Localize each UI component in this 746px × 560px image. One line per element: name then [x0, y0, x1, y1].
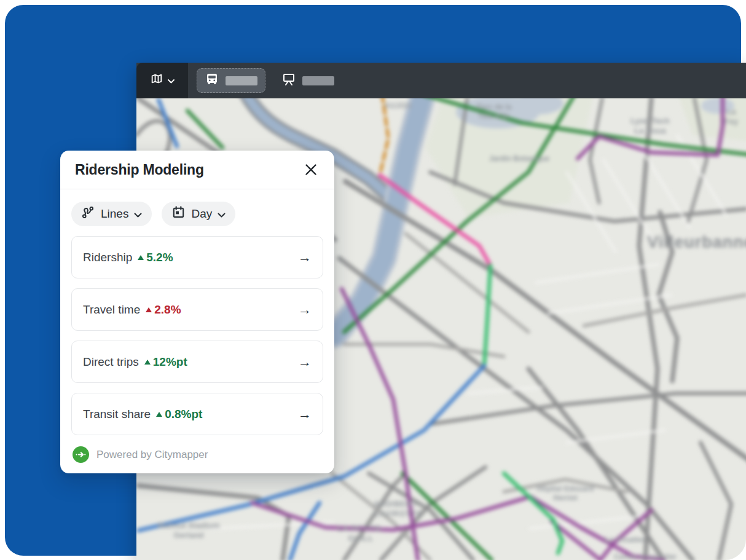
metric-delta: 2.8%: [146, 303, 181, 317]
lines-filter-label: Lines: [101, 207, 128, 221]
day-filter-label: Day: [191, 207, 212, 221]
arrow-right-icon: →: [298, 355, 312, 369]
map-label: Hôpital Edouard Herriot: [537, 484, 594, 503]
map-label: Lyon Tech La Doua: [630, 116, 670, 136]
tab-bus-lines[interactable]: [197, 68, 265, 93]
map-label: LA PETITE- GUILL: [337, 524, 383, 544]
metric-delta: 12%pt: [144, 355, 187, 369]
powered-by-text: Powered by Citymapper: [96, 449, 208, 461]
arrow-right-icon: →: [298, 303, 312, 317]
metric-delta: 5.2%: [138, 251, 173, 264]
map-label: Centre hospitalier: [614, 553, 677, 560]
map-label: Villeurbanne: [647, 232, 746, 253]
screenshot-canvas: Parc de la Tête d'Or Lyon Tech La Doua L…: [0, 0, 746, 560]
map-toolbar: [136, 63, 746, 98]
metric-label: Transit share: [83, 408, 151, 421]
filter-row: Lines Day: [71, 202, 323, 226]
metric-label: Direct trips: [83, 355, 139, 369]
map-style-button[interactable]: [136, 63, 188, 98]
metric-row-travel-time[interactable]: Travel time 2.8% →: [71, 288, 323, 331]
panel-body: Lines Day: [60, 189, 334, 463]
panel-header: Ridership Modeling: [60, 151, 334, 189]
bus-icon: [205, 72, 219, 89]
tab-label-placeholder: [226, 76, 257, 85]
map-label: Le Vinatier: [605, 535, 645, 545]
metric-label: Travel time: [83, 303, 140, 317]
arrow-right-icon: →: [298, 251, 312, 264]
map-label: Parc de la Tête d'Or: [477, 103, 512, 121]
tab-label-placeholder: [302, 76, 334, 85]
tab-stops[interactable]: [274, 69, 342, 92]
trend-up-icon: [156, 412, 162, 417]
lines-filter-button[interactable]: Lines: [71, 202, 152, 226]
trend-up-icon: [138, 255, 144, 260]
map-label: La Fey: [721, 107, 742, 127]
calendar-icon: [171, 205, 186, 223]
metric-row-transit-share[interactable]: Transit share 0.8%pt →: [71, 393, 323, 435]
panel-footer: Powered by Citymapper: [71, 446, 323, 463]
map-icon: [150, 73, 163, 89]
map-label: AUJOU: [385, 101, 412, 111]
ridership-modeling-panel: Ridership Modeling Lines: [60, 151, 334, 473]
close-button[interactable]: [302, 161, 320, 178]
chevron-down-icon: [168, 75, 175, 86]
route-icon: [81, 205, 95, 223]
map-label: AUDIBERT - LAVIROTTE: [374, 499, 423, 519]
metric-row-ridership[interactable]: Ridership 5.2% →: [71, 236, 323, 278]
panel-title: Ridership Modeling: [75, 162, 204, 178]
chevron-down-icon: [218, 207, 226, 221]
trend-up-icon: [144, 360, 151, 365]
metric-label: Ridership: [83, 251, 132, 264]
metric-row-direct-trips[interactable]: Direct trips 12%pt →: [71, 341, 323, 383]
chevron-down-icon: [134, 207, 142, 221]
map-label: Matmut Stadium Gerland: [157, 521, 219, 541]
close-icon: [304, 163, 318, 176]
map-label: Jardin Botanique: [489, 154, 549, 164]
trend-up-icon: [146, 307, 152, 312]
stop-sign-icon: [281, 72, 296, 89]
day-filter-button[interactable]: Day: [162, 202, 235, 226]
arrow-right-icon: →: [298, 408, 312, 421]
metric-delta: 0.8%pt: [156, 408, 202, 421]
citymapper-logo-icon: [73, 446, 89, 463]
